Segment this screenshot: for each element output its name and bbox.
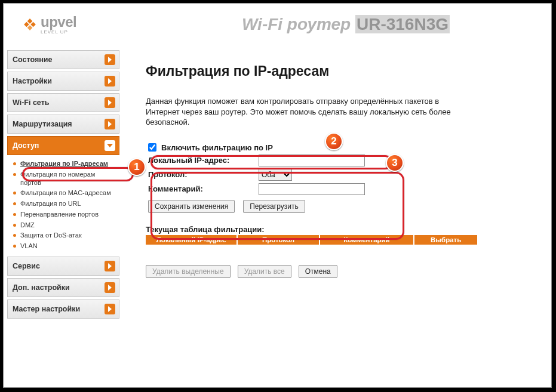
col-protocol: Протокол bbox=[237, 235, 319, 245]
svg-rect-2 bbox=[24, 22, 29, 27]
local-ip-input[interactable] bbox=[259, 155, 365, 166]
filter-table: Локальный IP-адрес Протокол Комментарий … bbox=[146, 235, 477, 245]
brand-name: upvel bbox=[41, 15, 76, 29]
submenu-vlan[interactable]: VLAN bbox=[20, 241, 119, 252]
chevron-right-icon bbox=[105, 97, 115, 108]
menu-wizard[interactable]: Мастер настройки bbox=[7, 300, 119, 319]
chevron-down-icon bbox=[105, 140, 115, 151]
comment-label: Комментарий: bbox=[148, 184, 259, 193]
enable-ip-filter-label: Включить фильтрацию по IP bbox=[161, 143, 273, 152]
sidebar: Состояние Настройки Wi-Fi сеть Маршрутиз… bbox=[4, 45, 123, 387]
delete-selected-button[interactable]: Удалить выделенные bbox=[146, 265, 231, 278]
cancel-button[interactable]: Отмена bbox=[299, 265, 337, 278]
chevron-right-icon bbox=[105, 76, 115, 87]
chevron-right-icon bbox=[105, 282, 115, 293]
menu-wifi[interactable]: Wi-Fi сеть bbox=[7, 93, 119, 112]
content: Фильтрация по IP-адресам Данная функция … bbox=[123, 45, 551, 387]
menu-access[interactable]: Доступ bbox=[7, 136, 119, 155]
submenu-url-filter[interactable]: Фильтрация по URL bbox=[20, 199, 119, 209]
menu-service[interactable]: Сервис bbox=[7, 257, 119, 276]
submenu-dmz[interactable]: DMZ bbox=[20, 220, 119, 231]
delete-all-button[interactable]: Удалить все bbox=[238, 265, 291, 278]
header-model: UR-316N3G bbox=[355, 15, 450, 33]
chevron-right-icon bbox=[105, 54, 115, 65]
reload-button[interactable]: Перезагрузить bbox=[243, 200, 305, 213]
submenu-dos[interactable]: Защита от DoS-атак bbox=[20, 230, 119, 241]
svg-rect-1 bbox=[30, 22, 36, 27]
menu-status[interactable]: Состояние bbox=[7, 50, 119, 69]
page-title: Фильтрация по IP-адресам bbox=[146, 63, 526, 79]
brand-logo: upvel LEVEL UP bbox=[21, 15, 76, 35]
submenu-port-filter[interactable]: Фильтрация по номерам портов bbox=[20, 169, 119, 189]
save-button[interactable]: Сохранить изменения bbox=[148, 200, 235, 213]
chevron-right-icon bbox=[105, 304, 115, 314]
menu-settings[interactable]: Настройки bbox=[7, 72, 119, 91]
svg-rect-3 bbox=[27, 25, 33, 30]
header: upvel LEVEL UP Wi-Fi роутер UR-316N3G bbox=[4, 4, 551, 45]
col-local-ip: Локальный IP-адрес bbox=[146, 235, 237, 245]
protocol-select[interactable]: Оба bbox=[259, 169, 292, 181]
annotation-badge-3: 3 bbox=[386, 154, 404, 172]
header-title: Wi-Fi роутер UR-316N3G bbox=[242, 15, 450, 34]
submenu-mac-filter[interactable]: Фильтрация по MAC-адресам bbox=[20, 188, 119, 199]
local-ip-label: Локальный IP-адрес: bbox=[148, 156, 259, 165]
col-comment: Комментарий bbox=[320, 235, 414, 245]
submenu-access: Фильтрация по IP-адресам Фильтрация по н… bbox=[7, 158, 119, 257]
col-select: Выбрать bbox=[414, 235, 477, 245]
annotation-badge-1: 1 bbox=[128, 158, 146, 176]
submenu-port-forward[interactable]: Перенаправление портов bbox=[20, 209, 119, 220]
menu-routing[interactable]: Маршрутизация bbox=[7, 115, 119, 134]
enable-ip-filter-checkbox[interactable] bbox=[148, 143, 156, 152]
ip-filter-form: Включить фильтрацию по IP Локальный IP-а… bbox=[146, 138, 526, 219]
logo-icon bbox=[21, 16, 38, 33]
chevron-right-icon bbox=[105, 119, 115, 129]
page-intro: Данная функция поможет вам контролироват… bbox=[146, 96, 456, 128]
svg-rect-0 bbox=[27, 18, 33, 24]
annotation-badge-2: 2 bbox=[325, 132, 343, 150]
comment-input[interactable] bbox=[259, 183, 365, 195]
chevron-right-icon bbox=[105, 261, 115, 271]
menu-advanced[interactable]: Доп. настройки bbox=[7, 278, 119, 297]
submenu-ip-filter[interactable]: Фильтрация по IP-адресам bbox=[20, 159, 119, 169]
brand-tagline: LEVEL UP bbox=[41, 29, 76, 35]
protocol-label: Протокол: bbox=[148, 170, 259, 179]
filter-table-caption: Текущая таблица фильтрации: bbox=[146, 225, 526, 234]
